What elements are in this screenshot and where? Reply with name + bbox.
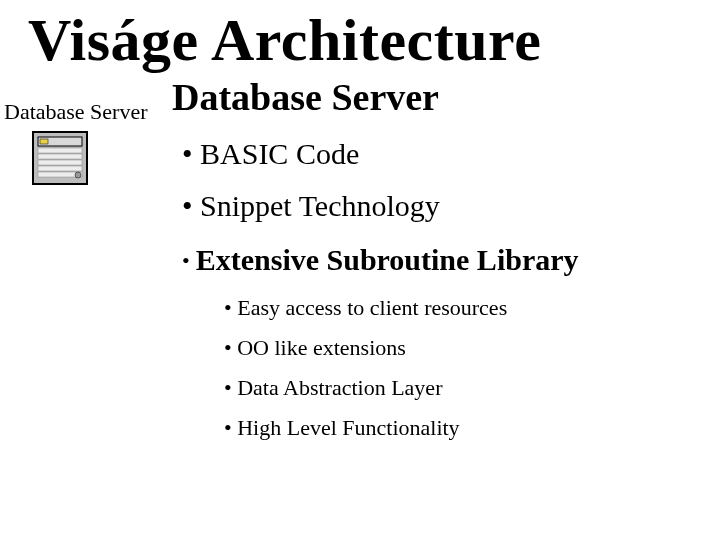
svg-rect-2 <box>40 139 48 144</box>
svg-point-8 <box>75 172 81 178</box>
bullet-text: Snippet Technology <box>200 189 440 222</box>
bullet-text: High Level Functionality <box>237 415 459 440</box>
bullet-text: Easy access to client resources <box>237 295 507 320</box>
subbullet-oo-extensions: • OO like extensions <box>172 327 720 367</box>
bullet-text: Data Abstraction Layer <box>237 375 442 400</box>
content-area: Database Server Database Server • BASIC … <box>0 75 720 447</box>
bullet-text: Extensive Subroutine Library <box>196 243 579 276</box>
subbullet-client-resources: • Easy access to client resources <box>172 287 720 327</box>
subbullet-high-level: • High Level Functionality <box>172 407 720 447</box>
svg-rect-4 <box>38 154 82 159</box>
left-column: Database Server <box>2 75 172 447</box>
bullet-subroutine-lib: •Extensive Subroutine Library <box>172 235 720 287</box>
bullet-text: OO like extensions <box>237 335 406 360</box>
subbullet-data-abstraction: • Data Abstraction Layer <box>172 367 720 407</box>
server-icon <box>32 131 172 189</box>
bullet-basic-code: • BASIC Code <box>172 131 720 183</box>
page-title: Viságe Architecture <box>0 0 720 75</box>
side-label: Database Server <box>2 99 172 129</box>
svg-rect-3 <box>38 148 82 153</box>
svg-rect-5 <box>38 160 82 165</box>
bullet-snippet-tech: • Snippet Technology <box>172 183 720 235</box>
bullet-text: BASIC Code <box>200 137 359 170</box>
right-column: Database Server • BASIC Code • Snippet T… <box>172 75 720 447</box>
section-heading: Database Server <box>172 75 720 131</box>
svg-rect-6 <box>38 166 82 171</box>
